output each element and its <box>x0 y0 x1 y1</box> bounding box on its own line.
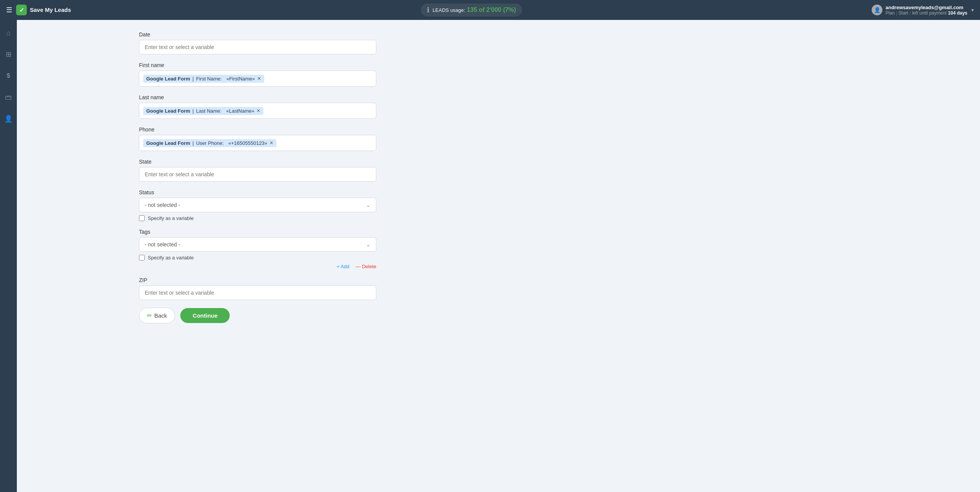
last-name-chip: Google Lead Form | Last Name: «LastName»… <box>143 107 263 115</box>
avatar: 👤 <box>872 5 882 15</box>
continue-button[interactable]: Continue <box>180 308 230 323</box>
status-field-group: Status - not selected - ⌄ Specify as a v… <box>139 189 376 221</box>
logo-text: Save My Leads <box>30 7 71 13</box>
first-name-field-group: First name Google Lead Form | First Name… <box>139 62 376 87</box>
nav-left: ☰ ✓ Save My Leads <box>6 5 71 15</box>
tags-action-row: + Add — Delete <box>139 264 376 269</box>
state-field-group: State <box>139 159 376 182</box>
status-specify-checkbox[interactable] <box>139 215 145 221</box>
sidebar-item-sitemap[interactable]: ⊞ <box>2 48 15 61</box>
status-dropdown-wrap: - not selected - ⌄ <box>139 198 376 212</box>
content-area: Date First name Google Lead Form | First… <box>17 20 498 492</box>
zip-input[interactable] <box>139 285 376 300</box>
first-name-chip: Google Lead Form | First Name: «FirstNam… <box>143 75 264 83</box>
date-label: Date <box>139 31 376 38</box>
nav-right: 👤 andrewsavemyleads@gmail.com Plan | Sta… <box>872 5 974 16</box>
tags-add-button[interactable]: + Add <box>336 264 350 269</box>
zip-field-group: ZIP <box>139 277 376 300</box>
phone-chip-remove[interactable]: ✕ <box>270 140 273 146</box>
chevron-down-icon: ⌄ <box>366 202 371 208</box>
tags-specify-label: Specify as a variable <box>148 255 194 261</box>
user-plan: Plan | Start | left until payment 104 da… <box>885 10 967 16</box>
leads-usage-box: ℹ LEADS usage: 135 of 2'000 (7%) <box>421 3 522 16</box>
nav-center: ℹ LEADS usage: 135 of 2'000 (7%) <box>421 3 522 16</box>
chevron-down-icon: ⌄ <box>366 241 371 248</box>
right-panel <box>498 20 980 492</box>
status-specify-label: Specify as a variable <box>148 215 194 221</box>
tags-label: Tags <box>139 229 376 235</box>
user-box[interactable]: 👤 andrewsavemyleads@gmail.com Plan | Sta… <box>872 5 967 16</box>
status-specify-row: Specify as a variable <box>139 215 376 221</box>
button-row: ✏ Back Continue <box>139 308 376 323</box>
last-name-tag-input[interactable]: Google Lead Form | Last Name: «LastName»… <box>139 103 376 119</box>
last-name-chip-remove[interactable]: ✕ <box>256 108 260 113</box>
date-input[interactable] <box>139 40 376 54</box>
sidebar: ⌂ ⊞ $ 🗃 👤 <box>0 20 17 492</box>
pencil-icon: ✏ <box>147 312 152 319</box>
sidebar-item-user[interactable]: 👤 <box>2 112 15 126</box>
info-icon: ℹ <box>427 6 430 14</box>
leads-usage-text: LEADS usage: 135 of 2'000 (7%) <box>433 7 516 13</box>
state-label: State <box>139 159 376 165</box>
tags-dropdown[interactable]: - not selected - ⌄ <box>139 237 376 252</box>
phone-label: Phone <box>139 126 376 133</box>
sidebar-item-briefcase[interactable]: 🗃 <box>2 90 15 104</box>
status-label: Status <box>139 189 376 195</box>
tags-field-group: Tags - not selected - ⌄ Specify as a var… <box>139 229 376 269</box>
chevron-down-icon[interactable]: ▾ <box>971 7 974 13</box>
sidebar-item-home[interactable]: ⌂ <box>2 26 15 40</box>
first-name-chip-remove[interactable]: ✕ <box>257 76 261 81</box>
main-layout: ⌂ ⊞ $ 🗃 👤 Date First name Google Lead Fo… <box>0 20 980 492</box>
hamburger-icon[interactable]: ☰ <box>6 6 12 14</box>
form-panel: Date First name Google Lead Form | First… <box>139 31 376 477</box>
logo: ✓ Save My Leads <box>16 5 71 15</box>
top-navigation: ☰ ✓ Save My Leads ℹ LEADS usage: 135 of … <box>0 0 980 20</box>
date-field-group: Date <box>139 31 376 54</box>
tags-delete-button[interactable]: — Delete <box>356 264 376 269</box>
zip-label: ZIP <box>139 277 376 283</box>
user-info: andrewsavemyleads@gmail.com Plan | Start… <box>885 5 967 16</box>
first-name-label: First name <box>139 62 376 68</box>
logo-icon: ✓ <box>16 5 27 15</box>
phone-chip: Google Lead Form | User Phone: «+1650555… <box>143 139 276 147</box>
phone-tag-input[interactable]: Google Lead Form | User Phone: «+1650555… <box>139 135 376 151</box>
tags-specify-checkbox[interactable] <box>139 255 145 261</box>
state-input[interactable] <box>139 167 376 182</box>
back-button[interactable]: ✏ Back <box>139 308 175 323</box>
tags-dropdown-wrap: - not selected - ⌄ <box>139 237 376 252</box>
last-name-field-group: Last name Google Lead Form | Last Name: … <box>139 94 376 119</box>
tags-specify-row: Specify as a variable <box>139 255 376 261</box>
last-name-label: Last name <box>139 94 376 100</box>
sidebar-item-billing[interactable]: $ <box>2 69 15 83</box>
status-dropdown[interactable]: - not selected - ⌄ <box>139 198 376 212</box>
phone-field-group: Phone Google Lead Form | User Phone: «+1… <box>139 126 376 151</box>
first-name-tag-input[interactable]: Google Lead Form | First Name: «FirstNam… <box>139 71 376 87</box>
